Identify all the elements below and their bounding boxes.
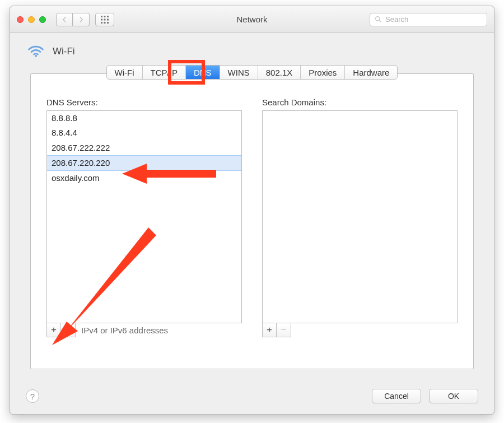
dns-server-row[interactable]: 208.67.222.222 [47,141,241,155]
svg-point-9 [376,17,380,21]
dns-server-row[interactable]: 8.8.8.8 [47,111,241,125]
zoom-window-button[interactable] [39,16,46,23]
tab-wins[interactable]: WINS [220,66,258,79]
show-all-button[interactable] [95,13,114,26]
dns-server-row[interactable]: 208.67.220.220 [47,155,241,171]
svg-rect-5 [107,18,109,20]
tab-hardware[interactable]: Hardware [345,66,397,79]
add-dns-button[interactable]: + [46,323,61,337]
svg-rect-6 [101,22,102,24]
dns-server-row[interactable]: 8.8.4.4 [47,125,241,140]
search-icon [375,16,382,23]
tab-dns[interactable]: DNS [186,66,220,79]
tab-bar: Wi-FiTCP/IPDNSWINS802.1XProxiesHardware [10,65,494,80]
add-domain-button[interactable]: + [262,323,277,337]
cancel-button[interactable]: Cancel [372,389,421,403]
svg-rect-0 [101,16,102,17]
remove-dns-button[interactable]: − [61,323,76,337]
svg-point-11 [35,55,37,57]
dns-list-footer: + − IPv4 or IPv6 addresses [46,323,242,337]
svg-line-10 [379,20,381,22]
domains-list-footer: + − [262,323,458,337]
titlebar: Network Search [10,6,494,33]
svg-rect-7 [104,22,106,24]
help-button[interactable]: ? [26,389,39,403]
dns-server-row[interactable]: osxdaily.com [47,171,241,185]
grid-icon [101,16,109,24]
preferences-window: Network Search Wi-Fi Wi-FiTCP/IPDNSWINS8… [10,6,494,415]
svg-rect-1 [104,16,106,17]
svg-rect-4 [104,18,106,20]
ok-button[interactable]: OK [429,389,478,403]
chevron-left-icon [62,17,67,22]
connection-header: Wi-Fi [10,33,494,60]
search-domains-column: Search Domains: + − [262,97,458,337]
dialog-button-row: ? Cancel OK [10,378,494,414]
svg-rect-8 [107,22,109,24]
back-button[interactable] [56,13,73,26]
tab-wi-fi[interactable]: Wi-Fi [107,66,143,79]
svg-rect-3 [101,18,102,20]
chevron-right-icon [78,17,84,22]
settings-panel: DNS Servers: 8.8.8.88.8.4.4208.67.222.22… [30,73,474,369]
tab-tcp-ip[interactable]: TCP/IP [143,66,186,79]
search-domains-listbox[interactable] [262,110,458,323]
window-controls [17,16,46,23]
search-domains-label: Search Domains: [262,97,458,107]
nav-buttons [56,13,90,26]
tab-proxies[interactable]: Proxies [301,66,345,79]
tab-802-1x[interactable]: 802.1X [258,66,301,79]
panel-columns: DNS Servers: 8.8.8.88.8.4.4208.67.222.22… [31,74,473,337]
connection-name: Wi-Fi [53,46,75,57]
dns-servers-listbox[interactable]: 8.8.8.88.8.4.4208.67.222.222208.67.220.2… [46,110,242,323]
forward-button[interactable] [73,13,90,26]
dns-servers-column: DNS Servers: 8.8.8.88.8.4.4208.67.222.22… [46,97,242,337]
dns-servers-label: DNS Servers: [46,97,242,107]
wifi-icon [27,43,45,60]
close-window-button[interactable] [17,16,24,23]
svg-rect-2 [107,16,109,17]
minimize-window-button[interactable] [28,16,35,23]
remove-domain-button[interactable]: − [277,323,291,337]
dns-footer-label: IPv4 or IPv6 addresses [81,326,168,335]
search-input[interactable]: Search [370,13,487,26]
search-placeholder: Search [385,15,408,24]
